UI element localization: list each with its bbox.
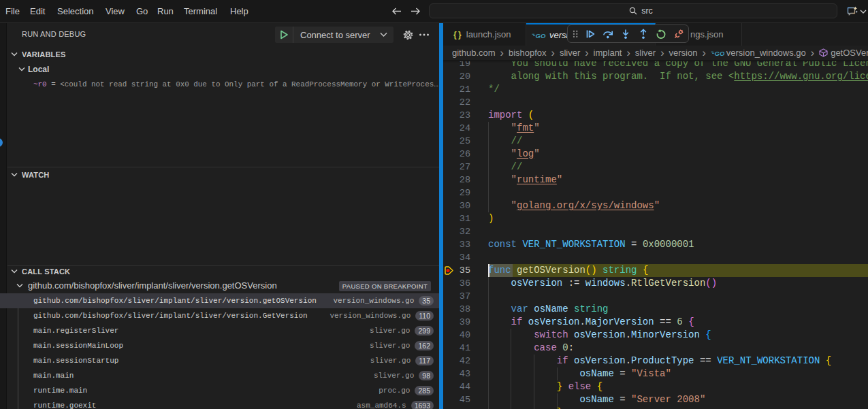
svg-text:GO: GO xyxy=(714,49,724,56)
svg-text:GO: GO xyxy=(536,31,546,39)
